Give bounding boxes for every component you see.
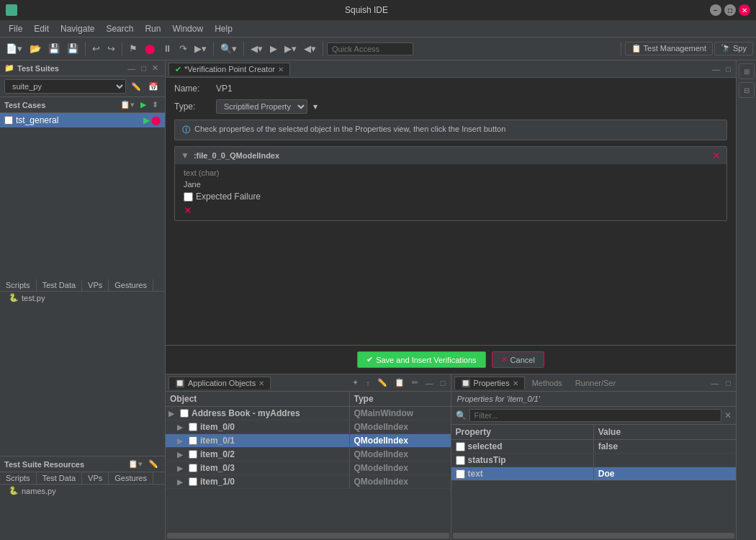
menu-navigate[interactable]: Navigate bbox=[55, 22, 100, 35]
ao-edit-btn[interactable]: ✏️ bbox=[375, 377, 390, 388]
menu-search[interactable]: Search bbox=[100, 22, 139, 35]
prop-row-1[interactable]: statusTip bbox=[451, 454, 737, 467]
tb-redo-btn[interactable]: ↪ bbox=[104, 42, 118, 55]
tb-pause-btn[interactable]: ⏸ bbox=[160, 42, 175, 55]
tb-nav1-btn[interactable]: ◀▾ bbox=[248, 42, 266, 55]
group-toggle-icon[interactable]: ▼ bbox=[181, 150, 189, 161]
obj-row-0[interactable]: ▶ Address Book - myAddres QMainWindow bbox=[166, 407, 451, 420]
obj-cb-5[interactable] bbox=[189, 477, 197, 486]
props-search-clear-btn[interactable]: ✕ bbox=[724, 410, 732, 420]
props-scroll-bar-h[interactable] bbox=[453, 533, 735, 539]
obj-row-5[interactable]: ▶ item_1/0 QModelIndex bbox=[166, 475, 451, 489]
expand-4[interactable]: ▶ bbox=[177, 464, 186, 472]
expand-0[interactable]: ▶ bbox=[168, 410, 177, 418]
quick-access-input[interactable] bbox=[327, 42, 413, 55]
tb-save-btn[interactable]: 💾 bbox=[45, 42, 63, 55]
sr-edit-btn[interactable]: ✏️ bbox=[146, 459, 161, 469]
panel-close-btn[interactable]: ✕ bbox=[150, 63, 161, 73]
expand-1[interactable]: ▶ bbox=[177, 423, 186, 431]
minimize-button[interactable]: − bbox=[710, 4, 721, 16]
ao-maximize-btn[interactable]: □ bbox=[438, 377, 448, 388]
vp-maximize-btn[interactable]: □ bbox=[724, 64, 733, 74]
obj-cb-0[interactable] bbox=[180, 409, 189, 418]
obj-row-1[interactable]: ▶ item_0/0 QModelIndex bbox=[166, 420, 451, 434]
expand-5[interactable]: ▶ bbox=[177, 478, 186, 486]
file-item-testpy[interactable]: 🐍 test.py bbox=[0, 292, 165, 304]
group-remove-btn[interactable]: ✕ bbox=[712, 150, 721, 161]
strip-btn-1[interactable]: ⊞ bbox=[739, 63, 755, 79]
tb-stop-btn[interactable]: ⬤ bbox=[142, 42, 158, 55]
obj-scroll-bar-h[interactable] bbox=[167, 533, 449, 539]
panel-maximize-btn[interactable]: □ bbox=[139, 63, 148, 73]
prop-row-2[interactable]: text Doe bbox=[451, 467, 737, 481]
tab-test-data[interactable]: Test Data bbox=[37, 279, 82, 291]
tab-gestures[interactable]: Gestures bbox=[109, 279, 153, 291]
methods-tab[interactable]: Methods bbox=[526, 377, 568, 389]
obj-cb-4[interactable] bbox=[189, 464, 197, 472]
tc-sort-btn[interactable]: ⬍ bbox=[150, 99, 161, 110]
menu-file[interactable]: File bbox=[3, 22, 28, 35]
file-item-namespy[interactable]: 🐍 names.py bbox=[0, 485, 165, 497]
runner-ser-tab[interactable]: Runner/Ser bbox=[570, 377, 621, 389]
tb-step-btn[interactable]: ↷ bbox=[176, 42, 190, 55]
tb-open-btn[interactable]: 📂 bbox=[27, 42, 44, 55]
tb-record-btn[interactable]: ⚑ bbox=[126, 42, 140, 55]
ao-up-btn[interactable]: ↑ bbox=[364, 377, 372, 388]
sr-add-btn[interactable]: 📋▾ bbox=[126, 459, 145, 469]
prop-cb-2[interactable] bbox=[456, 469, 465, 479]
tb-nav3-btn[interactable]: ▶▾ bbox=[282, 42, 300, 55]
tab-sr-scripts[interactable]: Scripts bbox=[0, 472, 37, 484]
props-maximize-btn[interactable]: □ bbox=[724, 378, 733, 388]
menu-help[interactable]: Help bbox=[209, 22, 238, 35]
vp-type-select[interactable]: Scriptified Property bbox=[216, 99, 307, 114]
props-search-input[interactable] bbox=[469, 409, 722, 422]
obj-row-2[interactable]: ▶ item_0/1 QModelIndex bbox=[166, 434, 451, 448]
save-insert-button[interactable]: ✔ Save and Insert Verifications bbox=[357, 351, 485, 368]
close-button[interactable]: ✕ bbox=[739, 4, 750, 16]
menu-window[interactable]: Window bbox=[166, 22, 209, 35]
vp-creator-tab[interactable]: ✔ *Verification Point Creator ✕ bbox=[168, 63, 290, 76]
suite-edit-btn[interactable]: ✏️ bbox=[129, 81, 143, 92]
ao-minimize-btn[interactable]: — bbox=[423, 377, 436, 388]
cancel-button[interactable]: ✕ Cancel bbox=[492, 351, 544, 368]
expected-failure-checkbox[interactable] bbox=[184, 192, 193, 202]
obj-table-scroll[interactable]: ▶ Address Book - myAddres QMainWindow ▶ … bbox=[166, 407, 451, 531]
app-objects-tab-close[interactable]: ✕ bbox=[258, 379, 264, 387]
tab-scripts[interactable]: Scripts bbox=[0, 279, 37, 291]
spy-button[interactable]: 🔭 Spy bbox=[714, 42, 753, 55]
tab-sr-gestures[interactable]: Gestures bbox=[109, 472, 153, 484]
test-management-button[interactable]: 📋 Test Management bbox=[625, 42, 713, 55]
test-case-item[interactable]: tst_general ▶ ⬤ bbox=[0, 113, 165, 127]
ao-copy-btn[interactable]: 📋 bbox=[392, 377, 407, 388]
obj-cb-3[interactable] bbox=[189, 450, 197, 459]
properties-tab-close[interactable]: ✕ bbox=[513, 379, 518, 387]
tb-spy-btn[interactable]: 🔍▾ bbox=[217, 42, 240, 55]
ao-pick-btn[interactable]: ✦ bbox=[350, 377, 361, 388]
vp-tab-close[interactable]: ✕ bbox=[278, 66, 284, 73]
expand-2[interactable]: ▶ bbox=[177, 437, 186, 445]
tc-add-btn[interactable]: 📋▾ bbox=[118, 99, 137, 110]
prop-cb-0[interactable] bbox=[456, 442, 465, 451]
tb-nav2-btn[interactable]: ▶ bbox=[267, 42, 280, 55]
props-minimize-btn[interactable]: — bbox=[708, 378, 721, 388]
vp-minimize-btn[interactable]: — bbox=[710, 64, 722, 74]
expand-3[interactable]: ▶ bbox=[177, 451, 186, 459]
obj-row-4[interactable]: ▶ item_0/3 QModelIndex bbox=[166, 462, 451, 475]
tab-sr-vps[interactable]: VPs bbox=[82, 472, 109, 484]
tc-run-btn[interactable]: ▶ bbox=[138, 99, 148, 110]
prop-cb-1[interactable] bbox=[456, 456, 465, 465]
properties-tab[interactable]: 🔲 Properties ✕ bbox=[454, 377, 525, 390]
panel-minimize-btn[interactable]: — bbox=[125, 63, 138, 73]
app-objects-tab[interactable]: 🔲 Application Objects ✕ bbox=[168, 377, 271, 390]
tab-sr-testdata[interactable]: Test Data bbox=[37, 472, 82, 484]
strip-btn-2[interactable]: ⊟ bbox=[739, 82, 755, 98]
maximize-button[interactable]: □ bbox=[724, 4, 736, 16]
tb-nav4-btn[interactable]: ◀▾ bbox=[301, 42, 319, 55]
tb-new-btn[interactable]: 📄▾ bbox=[3, 42, 25, 55]
obj-row-3[interactable]: ▶ item_0/2 QModelIndex bbox=[166, 448, 451, 462]
menu-run[interactable]: Run bbox=[139, 22, 166, 35]
suite-dropdown[interactable]: suite_py bbox=[4, 79, 126, 94]
menu-edit[interactable]: Edit bbox=[28, 22, 55, 35]
props-table-scroll[interactable]: selected false statusTip bbox=[451, 440, 737, 531]
ao-clear-btn[interactable]: ✏ bbox=[410, 377, 420, 388]
